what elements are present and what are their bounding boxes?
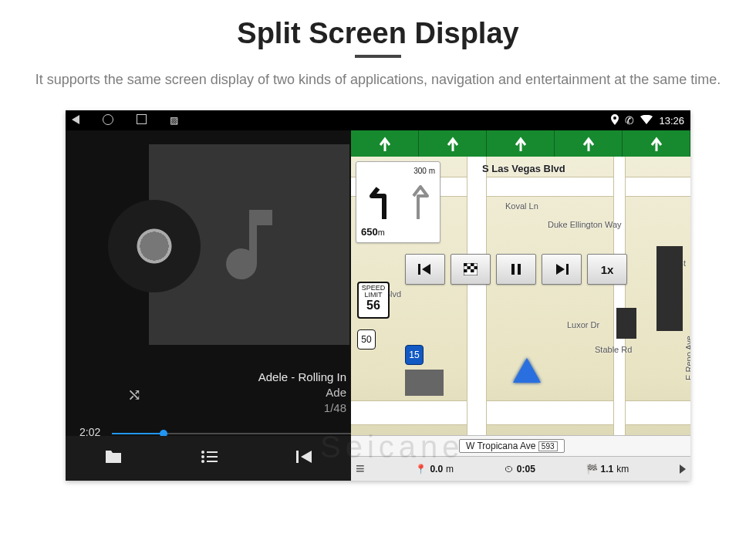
menu-button[interactable]: ≡ xyxy=(356,460,365,478)
lane-arrow-3 xyxy=(487,130,555,157)
svg-point-0 xyxy=(201,451,204,454)
previous-track-button[interactable] xyxy=(296,448,313,469)
map-control-row: 1x xyxy=(405,254,627,285)
svg-rect-10 xyxy=(471,263,474,266)
current-position-arrow xyxy=(513,358,541,383)
map-next-button[interactable] xyxy=(542,254,582,285)
wifi-icon xyxy=(640,115,653,127)
nav-home-icon[interactable] xyxy=(103,114,113,127)
building-icon xyxy=(616,308,636,339)
street-label: E Reno Ave xyxy=(684,336,690,380)
lane-arrow-4 xyxy=(555,130,623,157)
android-statusbar: ▨ ✆ 13:26 xyxy=(66,110,690,130)
svg-rect-9 xyxy=(464,263,467,266)
vinyl-record-icon xyxy=(108,200,201,292)
shuffle-button[interactable]: ⤭ xyxy=(127,385,141,405)
map-speed-1x-button[interactable]: 1x xyxy=(587,254,627,285)
status-clock: 13:26 xyxy=(659,115,684,127)
nav-back-icon[interactable] xyxy=(72,115,79,127)
distance-now: 📍 0.0m xyxy=(415,464,454,475)
svg-rect-17 xyxy=(566,264,569,275)
svg-rect-13 xyxy=(464,269,467,272)
page-title: Split Screen Display xyxy=(0,17,756,50)
track-info: Adele - Rolling In Ade 1/48 xyxy=(258,370,346,416)
folder-button[interactable] xyxy=(103,448,123,469)
lane-arrow-2 xyxy=(419,130,487,157)
music-bottom-bar xyxy=(66,436,351,481)
map-pause-button[interactable] xyxy=(496,254,536,285)
track-artist-text: Ade xyxy=(258,385,346,400)
svg-rect-7 xyxy=(418,264,420,275)
eta-time: ⏲ 0:05 xyxy=(505,464,535,475)
map-prev-button[interactable] xyxy=(405,254,445,285)
current-street-label: W Tropicana Ave 593 xyxy=(459,439,565,453)
location-icon xyxy=(611,114,619,127)
svg-point-4 xyxy=(201,460,204,463)
street-label: Luxor Dr xyxy=(567,320,599,329)
turn-mini-distance: 300 m xyxy=(413,167,435,175)
nav-recent-icon[interactable] xyxy=(137,114,147,127)
route-shield-15: 15 xyxy=(405,345,424,365)
svg-rect-5 xyxy=(207,461,218,462)
building-icon xyxy=(405,370,444,396)
map-street-bar: W Tropicana Ave 593 xyxy=(351,435,690,456)
street-label: Stable Rd xyxy=(595,345,632,354)
svg-rect-12 xyxy=(474,266,478,269)
map-finish-button[interactable] xyxy=(451,254,491,285)
street-label: Duke Ellington Way xyxy=(548,220,622,229)
track-counter: 1/48 xyxy=(258,400,346,416)
lane-arrow-5 xyxy=(623,130,690,157)
building-icon xyxy=(656,246,683,331)
street-label: S Las Vegas Blvd xyxy=(482,163,565,174)
title-underline xyxy=(355,55,401,58)
music-player-pane: ⤭ Adele - Rolling In Ade 1/48 2:02 xyxy=(66,130,351,481)
road xyxy=(351,400,690,425)
road xyxy=(467,157,487,481)
svg-rect-14 xyxy=(471,269,474,272)
playlist-button[interactable] xyxy=(200,448,220,469)
phone-icon: ✆ xyxy=(625,114,634,127)
route-shield-50: 50 xyxy=(357,329,376,350)
svg-rect-15 xyxy=(511,264,515,275)
lane-arrow-1 xyxy=(351,130,419,157)
map-info-bar: ≡ 📍 0.0m ⏲ 0:05 🏁 1.1km xyxy=(351,456,690,481)
svg-rect-1 xyxy=(207,451,218,453)
device-screenshot: ▨ ✆ 13:26 ⤭ Adele - Rolling In Ade 1/48 … xyxy=(66,110,690,481)
svg-rect-16 xyxy=(518,264,521,275)
nav-picture-icon[interactable]: ▨ xyxy=(170,115,178,126)
svg-rect-11 xyxy=(467,266,471,269)
speed-limit-sign: SPEED LIMIT 56 xyxy=(357,282,390,319)
turn-instruction-box: 300 m 650m xyxy=(356,161,440,243)
navigation-map-pane[interactable]: S Las Vegas Blvd Koval Ln Duke Ellington… xyxy=(351,130,690,481)
expand-chevron-icon[interactable] xyxy=(680,464,686,474)
track-title-text: Adele - Rolling In xyxy=(258,370,346,383)
page-subtitle: It supports the same screen display of t… xyxy=(31,69,725,90)
total-distance: 🏁 1.1km xyxy=(586,464,629,475)
svg-point-2 xyxy=(201,455,204,458)
svg-rect-6 xyxy=(296,451,299,463)
svg-rect-3 xyxy=(207,456,218,458)
turn-distance: 650m xyxy=(361,226,385,238)
street-label: Koval Ln xyxy=(505,201,538,211)
lane-guidance-bar xyxy=(351,130,690,157)
